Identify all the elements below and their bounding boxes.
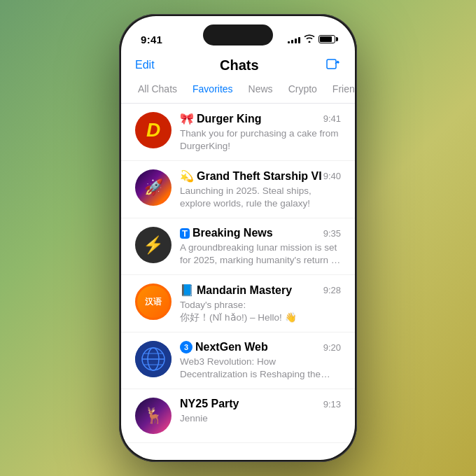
tab-crypto[interactable]: Crypto (283, 82, 323, 96)
page-title: Chats (220, 57, 259, 74)
chat-content-gts: 💫 Grand Theft Starship VI 9:40 Launching… (180, 169, 341, 209)
signal-icon (288, 35, 300, 43)
tab-news[interactable]: News (243, 82, 279, 96)
avatar-mandarin: 汉语 (135, 284, 172, 320)
chat-time-durger: 9:41 (323, 113, 341, 124)
chat-time-ny25: 9:13 (323, 399, 341, 410)
tab-friends[interactable]: Friends (327, 82, 355, 96)
status-time: 9:41 (141, 34, 162, 46)
chat-name-nextgen: 3 NextGen Web (180, 341, 268, 354)
chat-content-mandarin: 📘 Mandarin Mastery 9:28 Today's phrase:你… (180, 284, 341, 323)
chat-content-nextgen: 3 NextGen Web 9:20 Web3 Revolution: How … (180, 341, 341, 380)
phone-shell: 9:41 (119, 14, 357, 462)
chat-content-durger: 🎀 Durger King 9:41 Thank you for purchas… (180, 112, 341, 152)
chat-list: D 🎀 Durger King 9:41 Thank you for purch… (121, 104, 355, 443)
phone-screen: 9:41 (121, 16, 355, 460)
chat-preview-mandarin: Today's phrase:你好！(Nǐ hǎo!) – Hello! 👋 (180, 299, 341, 323)
avatar-breaking: ⚡ (135, 227, 172, 263)
chat-item-breaking[interactable]: ⚡ T Breaking News 9:35 A groundbreaking … (121, 218, 355, 275)
chat-preview-ny25: Jennie (180, 412, 341, 425)
chat-preview-nextgen: Web3 Revolution: How Decentralization is… (180, 356, 341, 380)
chat-time-nextgen: 9:20 (323, 342, 341, 353)
chat-name-durger: 🎀 Durger King (180, 112, 261, 125)
avatar-durger: D (135, 112, 172, 148)
chat-time-mandarin: 9:28 (323, 285, 341, 295)
avatar-nextgen (135, 341, 172, 377)
status-icons (288, 34, 335, 45)
chat-item-mandarin[interactable]: 汉语 📘 Mandarin Mastery 9:28 Today's phras… (121, 275, 355, 332)
chat-preview-gts: Launching in 2025. Steal ships, explore … (180, 185, 341, 209)
header: Edit Chats (121, 52, 355, 82)
avatar-ny25: 🦌 (135, 398, 172, 434)
chat-preview-breaking: A groundbreaking lunar mission is set fo… (180, 241, 341, 266)
chat-time-gts: 9:40 (323, 171, 341, 181)
chat-preview-durger: Thank you for purchasing a cake from Dur… (180, 127, 341, 152)
chat-time-breaking: 9:35 (323, 228, 341, 239)
tab-all-chats[interactable]: All Chats (132, 82, 183, 96)
chat-item-gts[interactable]: 🚀 💫 Grand Theft Starship VI 9:40 Launchi… (121, 161, 355, 218)
chat-content-breaking: T Breaking News 9:35 A groundbreaking lu… (180, 227, 341, 266)
wifi-icon (304, 34, 315, 45)
avatar-gts: 🚀 (135, 169, 172, 206)
chat-name-gts: 💫 Grand Theft Starship VI (180, 169, 322, 183)
chat-item-durger[interactable]: D 🎀 Durger King 9:41 Thank you for purch… (121, 104, 355, 161)
svg-rect-0 (327, 59, 336, 69)
edit-button[interactable]: Edit (135, 59, 155, 71)
battery-icon (318, 35, 335, 43)
chat-item-nextgen[interactable]: 3 NextGen Web 9:20 Web3 Revolution: How … (121, 332, 355, 389)
dynamic-island (203, 24, 273, 46)
chat-name-ny25: NY25 Party (180, 398, 239, 410)
filter-tabs: All Chats Favorites News Crypto Friends (121, 82, 355, 104)
chat-name-mandarin: 📘 Mandarin Mastery (180, 284, 292, 297)
chat-content-ny25: NY25 Party 9:13 Jennie (180, 398, 341, 425)
chat-item-ny25[interactable]: 🦌 NY25 Party 9:13 Jennie (121, 389, 355, 443)
tab-favorites[interactable]: Favorites (187, 82, 239, 96)
compose-button[interactable] (324, 57, 341, 74)
chat-name-breaking: T Breaking News (180, 227, 273, 239)
